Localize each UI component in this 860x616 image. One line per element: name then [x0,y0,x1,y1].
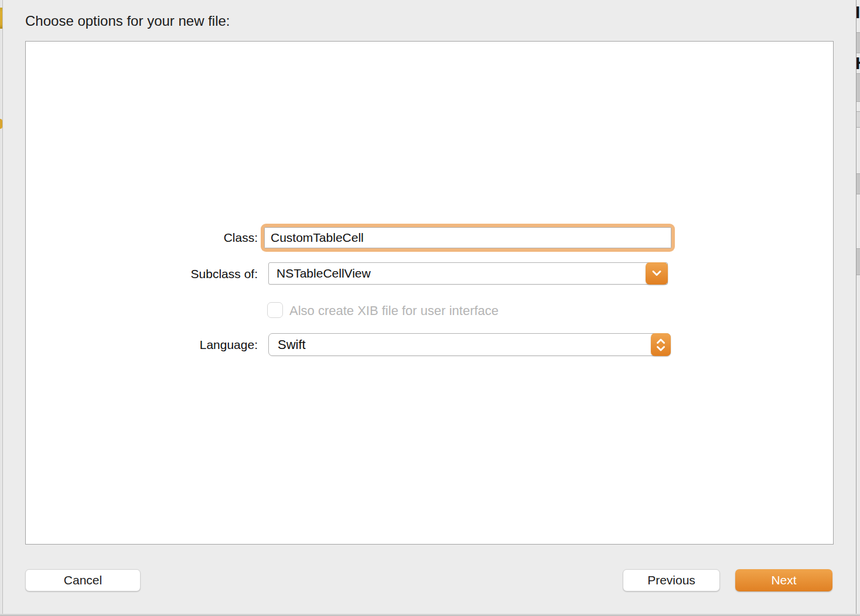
class-label: Class: [59,231,258,245]
subclass-input[interactable] [269,263,651,284]
subclass-label: Subclass of: [59,267,258,281]
chevron-down-icon [651,270,662,277]
language-popup[interactable]: Swift [268,333,671,356]
background-window-right-edge: I H [856,0,860,616]
previous-button[interactable]: Previous [623,569,720,591]
background-text-fragment: H [856,54,860,72]
chevron-up-icon [656,338,666,344]
sheet-title: Choose options for your new file: [25,13,230,29]
background-row-fragment [856,111,860,128]
subclass-combobox [268,262,668,285]
chevron-down-icon [656,345,666,351]
background-text-fragment: I [856,4,860,21]
background-row-fragment [856,248,860,275]
background-yellow-dot-fragment [0,119,2,129]
xib-checkbox[interactable] [267,302,283,318]
new-file-options-sheet: I H Choose options for your new file: Cl… [0,0,860,616]
language-popup-value: Swift [278,334,306,355]
class-field-focus-ring [261,224,675,252]
background-row-fragment [856,173,860,194]
subclass-dropdown-button[interactable] [646,262,668,285]
language-popup-stepper-button[interactable] [651,333,671,356]
background-row-fragment [856,73,860,102]
next-button[interactable]: Next [735,569,832,591]
language-label: Language: [59,338,258,352]
options-panel [25,41,834,545]
background-window-left-edge [0,0,3,616]
sheet-bottom-edge [0,614,860,616]
background-yellow-icon-fragment [0,8,2,29]
class-input[interactable] [264,227,671,248]
cancel-button[interactable]: Cancel [25,569,141,591]
background-row-fragment [856,32,860,53]
xib-checkbox-label: Also create XIB file for user interface [289,303,499,319]
